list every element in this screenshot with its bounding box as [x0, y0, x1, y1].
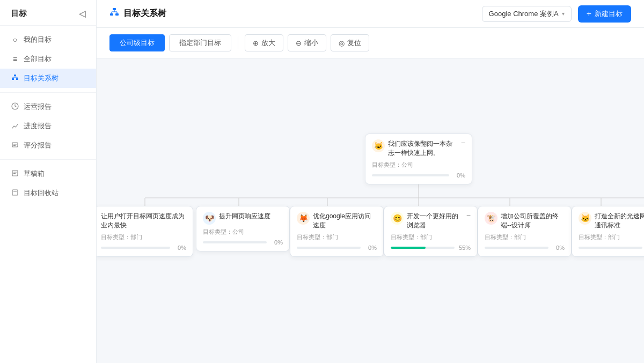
svg-rect-2 — [16, 78, 18, 80]
child-2-progress: 0% — [297, 245, 377, 251]
workspace-selector[interactable]: Google Chrome 案例A ▾ — [482, 6, 572, 22]
child-partial-header: 让用户打开目标网页速度成为业内最快 — [101, 212, 186, 230]
child-2-title: 优化google应用访问速度 — [313, 212, 377, 230]
progress-bar-background — [203, 241, 267, 243]
svg-rect-17 — [110, 13, 113, 16]
sidebar-item-label: 全部目标 — [24, 54, 52, 64]
tree-icon — [11, 74, 19, 83]
child-5-meta: 目标类型：部门 — [579, 233, 644, 241]
root-card-title: 我们应该像翻阅一本杂志一样快速上网。 — [388, 139, 458, 158]
root-card-progress-pct: 0% — [452, 172, 465, 179]
sidebar-logo-text: 目标 — [11, 9, 27, 19]
sidebar-item-score-report[interactable]: 评分报告 — [0, 136, 96, 155]
child-3-progress-pct: 55% — [458, 245, 471, 251]
svg-rect-1 — [12, 78, 14, 80]
zoom-in-button[interactable]: ⊕ 放大 — [245, 34, 283, 51]
sidebar-logo: 目标 ◁ — [0, 0, 96, 26]
sidebar-item-label: 评分报告 — [24, 140, 52, 150]
sidebar-nav: ○ 我的目标 ≡ 全部目标 目标关系树 — [0, 26, 96, 363]
root-card-progress: 0% — [372, 172, 465, 179]
svg-rect-8 — [12, 143, 18, 147]
root-card-header: 🐱 我们应该像翻阅一本杂志一样快速上网。 − — [372, 139, 465, 158]
child-goal-card-5[interactable]: 🐱 打造全新的光速网络通讯标准 目标类型：部门 0% — [572, 206, 644, 257]
root-card-avatar: 🐱 — [372, 139, 385, 152]
tab-dept-goals[interactable]: 指定部门目标 — [169, 34, 231, 51]
recycle-icon — [11, 189, 19, 198]
child-3-avatar: 😊 — [391, 212, 404, 225]
score-icon — [11, 141, 19, 150]
drafts-icon — [11, 169, 19, 179]
sidebar-item-label: 草稿箱 — [24, 169, 45, 179]
zoom-in-label: 放大 — [261, 38, 275, 48]
header-title-group: 目标关系树 — [109, 8, 166, 20]
child-3-header: 😊 开发一个更好用的浏览器 − — [391, 212, 471, 230]
child-partial-progress-pct: 0% — [173, 245, 186, 251]
child-4-avatar: 🐮 — [485, 212, 497, 225]
child-1-progress: 0% — [203, 239, 283, 246]
child-goal-card-2[interactable]: 🦊 优化google应用访问速度 目标类型：部门 0% — [290, 206, 384, 257]
child-4-progress: 0% — [485, 245, 565, 251]
zoom-out-icon: ⊖ — [296, 39, 302, 47]
sidebar: 目标 ◁ ○ 我的目标 ≡ 全部目标 目标关系树 — [0, 0, 97, 363]
page-title: 目标关系树 — [123, 8, 166, 19]
progress-bar-background — [579, 247, 642, 249]
sidebar-item-label: 目标回收站 — [24, 188, 58, 198]
sidebar-item-all-goals[interactable]: ≡ 全部目标 — [0, 49, 96, 69]
child-1-avatar: 🐶 — [203, 212, 216, 225]
canvas-area: 🐱 我们应该像翻阅一本杂志一样快速上网。 − 目标类型：公司 0% — [97, 58, 644, 363]
toolbar: 公司级目标 指定部门目标 ⊕ 放大 ⊖ 缩小 ◎ 复位 — [97, 28, 644, 58]
zoom-out-button[interactable]: ⊖ 缩小 — [288, 34, 326, 51]
sidebar-item-progress-report[interactable]: 进度报告 — [0, 116, 96, 136]
report-icon — [11, 102, 19, 112]
child-3-progress: 55% — [391, 245, 471, 251]
sidebar-collapse-button[interactable]: ◁ — [79, 9, 85, 19]
sidebar-item-label: 进度报告 — [24, 121, 52, 131]
svg-rect-0 — [14, 75, 16, 76]
sidebar-item-drafts[interactable]: 草稿箱 — [0, 164, 96, 183]
root-card-collapse-icon[interactable]: − — [461, 138, 465, 147]
chevron-down-icon: ▾ — [562, 11, 565, 17]
root-card-meta: 目标类型：公司 — [372, 161, 465, 169]
plus-icon: + — [587, 9, 591, 19]
zoom-in-icon: ⊕ — [253, 39, 259, 47]
child-1-progress-pct: 0% — [270, 239, 283, 246]
reset-button[interactable]: ◎ 复位 — [331, 34, 369, 51]
child-2-meta: 目标类型：部门 — [297, 233, 377, 241]
child-1-header: 🐶 提升网页响应速度 — [203, 212, 283, 225]
header-actions: Google Chrome 案例A ▾ + 新建目标 — [482, 5, 631, 23]
zoom-out-label: 缩小 — [304, 38, 318, 48]
progress-bar-background — [391, 247, 455, 249]
sidebar-item-goal-tree[interactable]: 目标关系树 — [0, 69, 96, 88]
child-goal-card-1[interactable]: 🐶 提升网页响应速度 目标类型：公司 0% — [196, 206, 290, 251]
child-5-progress: 0% — [579, 245, 644, 251]
child-goal-card-partial[interactable]: 让用户打开目标网页速度成为业内最快 目标类型：部门 0% — [97, 206, 193, 257]
child-2-avatar: 🦊 — [297, 212, 310, 225]
progress-bar-background — [372, 174, 449, 176]
child-3-meta: 目标类型：部门 — [391, 233, 471, 241]
header-tree-icon — [109, 8, 119, 20]
child-partial-meta: 目标类型：部门 — [101, 233, 186, 241]
child-3-collapse-icon[interactable]: − — [466, 211, 471, 219]
sidebar-divider-2 — [0, 159, 96, 160]
child-5-header: 🐱 打造全新的光速网络通讯标准 — [579, 212, 644, 230]
sidebar-item-ops-report[interactable]: 运营报告 — [0, 97, 96, 116]
sidebar-item-recycle[interactable]: 目标回收站 — [0, 183, 96, 203]
child-goal-card-3[interactable]: 😊 开发一个更好用的浏览器 − 目标类型：部门 55% — [384, 206, 478, 257]
child-5-avatar: 🐱 — [579, 212, 591, 225]
progress-bar-background — [101, 247, 170, 249]
tree-container: 🐱 我们应该像翻阅一本杂志一样快速上网。 − 目标类型：公司 0% — [97, 58, 644, 363]
child-1-meta: 目标类型：公司 — [203, 228, 283, 236]
new-goal-button[interactable]: + 新建目标 — [578, 5, 631, 23]
sidebar-item-label: 我的目标 — [24, 35, 52, 45]
target-icon: ○ — [11, 35, 19, 44]
tab-company-goals[interactable]: 公司级目标 — [109, 34, 165, 51]
content-area: 公司级目标 指定部门目标 ⊕ 放大 ⊖ 缩小 ◎ 复位 — [97, 28, 644, 363]
root-goal-card[interactable]: 🐱 我们应该像翻阅一本杂志一样快速上网。 − 目标类型：公司 0% — [365, 134, 472, 184]
child-4-title: 增加公司所覆盖的终端--设计师 — [501, 212, 565, 230]
child-4-header: 🐮 增加公司所覆盖的终端--设计师 — [485, 212, 565, 230]
list-icon: ≡ — [11, 55, 19, 63]
child-goal-card-4[interactable]: 🐮 增加公司所覆盖的终端--设计师 目标类型：部门 0% — [478, 206, 572, 257]
sidebar-item-label: 目标关系树 — [24, 73, 58, 83]
sidebar-item-my-goals[interactable]: ○ 我的目标 — [0, 30, 96, 49]
child-1-title: 提升网页响应速度 — [219, 212, 283, 221]
